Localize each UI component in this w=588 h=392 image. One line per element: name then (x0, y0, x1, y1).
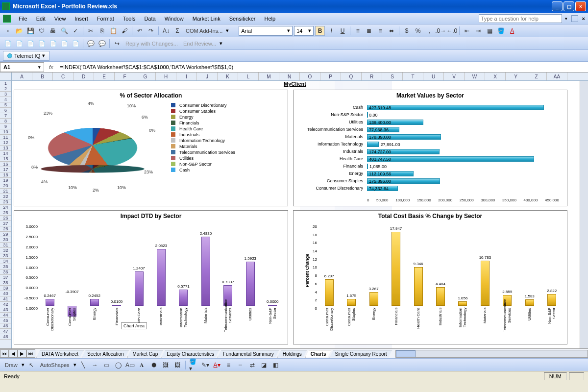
col-header[interactable]: I (176, 73, 197, 80)
toolbar-overflow-icon[interactable]: ▾ (226, 27, 229, 34)
row-header[interactable]: 24 (0, 205, 11, 210)
col-header[interactable]: N (279, 73, 300, 80)
row-header[interactable]: 9 (0, 124, 11, 129)
row-header[interactable]: 39 (0, 286, 11, 291)
font-selector[interactable]: Arial▾ (239, 26, 293, 36)
help-search-input[interactable] (479, 14, 562, 23)
chart-marketvalue-panel[interactable]: Market Values by Sector Cash427,319.48No… (293, 90, 567, 206)
row-header[interactable]: 1 (0, 81, 11, 86)
help-dropdown-icon[interactable]: ▾ (565, 16, 567, 21)
maximize-button[interactable]: ▢ (564, 1, 574, 11)
col-header[interactable]: B (32, 73, 53, 80)
row-header[interactable]: 38 (0, 280, 11, 286)
col-header[interactable]: U (423, 73, 444, 80)
decrease-indent-icon[interactable]: ⇤ (462, 26, 472, 36)
line-icon[interactable]: ╲ (78, 360, 88, 370)
shadow-icon[interactable]: ◪ (259, 360, 269, 370)
col-header[interactable]: S (382, 73, 403, 80)
worksheet-area[interactable]: 1234567891011121314151617181920212223242… (0, 81, 588, 348)
menu-view[interactable]: View (50, 15, 70, 23)
sheet-tab[interactable]: Holdings (277, 350, 307, 358)
clipart-icon[interactable]: 🖼 (161, 360, 171, 370)
row-header[interactable]: 37 (0, 275, 11, 280)
row-header[interactable]: 20 (0, 183, 11, 189)
horizontal-scrollbar[interactable] (395, 350, 588, 358)
dash-style-icon[interactable]: ┈ (236, 360, 245, 370)
borders-icon[interactable]: ▦ (485, 26, 494, 36)
col-header[interactable]: X (485, 73, 506, 80)
sheet-tab[interactable]: DATA Worksheet (36, 350, 84, 358)
row-header[interactable]: 47 (0, 329, 11, 334)
new-icon[interactable]: ▫ (3, 26, 13, 36)
currency-icon[interactable]: $ (402, 26, 412, 36)
col-header[interactable]: G (135, 73, 156, 80)
picture-icon[interactable]: 🖼 (172, 360, 182, 370)
row-header[interactable]: 2 (0, 86, 11, 92)
chart-costbasis-panel[interactable]: Total Cost Basis % Change by Sector Perc… (293, 210, 567, 344)
select-all-cell[interactable] (0, 73, 12, 80)
row-header[interactable]: 40 (0, 291, 11, 296)
menu-sensiticker[interactable]: Sensiticker (225, 15, 260, 23)
paste-icon[interactable]: 📋 (108, 26, 118, 36)
rev-icon-10[interactable]: ↪ (112, 39, 122, 49)
col-header[interactable]: T (403, 73, 423, 80)
row-header[interactable]: 17 (0, 167, 11, 172)
merge-center-icon[interactable]: ⬌ (387, 26, 396, 36)
percent-icon[interactable]: % (413, 26, 423, 36)
toolbar-overflow-icon[interactable]: ▾ (220, 40, 222, 47)
close-workbook-button[interactable]: × (582, 16, 585, 22)
rev-icon-8[interactable]: 💬 (86, 39, 96, 49)
underline-icon[interactable]: U (338, 26, 347, 36)
row-header[interactable]: 48 (0, 334, 11, 340)
rev-icon-3[interactable]: 📄 (25, 39, 35, 49)
row-header[interactable]: 46 (0, 323, 11, 329)
comma-icon[interactable]: , (424, 26, 434, 36)
row-header[interactable]: 7 (0, 113, 11, 119)
menu-data[interactable]: Data (140, 15, 159, 23)
col-header[interactable]: O (300, 73, 320, 80)
row-header[interactable]: 8 (0, 119, 11, 124)
rev-icon-1[interactable]: 📄 (3, 39, 13, 49)
row-header[interactable]: 5 (0, 102, 11, 108)
print-preview-icon[interactable]: 🔍 (59, 26, 69, 36)
tab-nav-first[interactable]: ⏮ (0, 349, 9, 358)
wordart-icon[interactable]: 𝐀 (137, 360, 147, 370)
col-header[interactable]: AA (547, 73, 567, 80)
italic-icon[interactable]: I (326, 26, 336, 36)
rev-icon-2[interactable]: 📄 (14, 39, 24, 49)
permission-icon[interactable]: 🛡 (37, 26, 47, 36)
name-box[interactable]: A1▾ (0, 62, 44, 72)
reply-changes-button[interactable]: Reply with Changes... (123, 41, 180, 47)
menu-file[interactable]: File (15, 15, 31, 23)
tab-nav-prev[interactable]: ◀ (9, 349, 18, 358)
scrollbar-thumb[interactable] (396, 350, 416, 357)
row-header[interactable]: 21 (0, 189, 11, 194)
fill-color-icon[interactable]: 🪣 (496, 26, 506, 36)
draw-menu[interactable]: Draw (3, 362, 20, 368)
menu-marketlink[interactable]: Market Link (189, 15, 224, 23)
row-header[interactable]: 33 (0, 253, 11, 259)
row-header[interactable]: 14 (0, 151, 11, 156)
row-header[interactable]: 13 (0, 146, 11, 151)
comaddins-button[interactable]: COM Add-Ins... (184, 28, 224, 34)
row-header[interactable]: 10 (0, 129, 11, 135)
col-header[interactable]: F (115, 73, 135, 80)
col-header[interactable]: H (156, 73, 176, 80)
sheet-tab[interactable]: Fundamental Summary (218, 350, 279, 358)
formula-input[interactable]: =INDEX('DATA Worksheet'!$CA$1:$CA$1000,'… (58, 64, 588, 70)
end-review-button[interactable]: End Review... (181, 41, 218, 47)
increase-decimal-icon[interactable]: .0→ (436, 26, 445, 36)
row-header[interactable]: 35 (0, 264, 11, 270)
rev-icon-5[interactable]: 📄 (48, 39, 58, 49)
row-header[interactable]: 41 (0, 296, 11, 302)
row-header[interactable]: 3 (0, 92, 11, 97)
col-header[interactable]: K (218, 73, 238, 80)
font-size-selector[interactable]: 14▾ (294, 26, 314, 36)
row-header[interactable]: 25 (0, 210, 11, 216)
spell-icon[interactable]: ✓ (71, 26, 80, 36)
sheet-tab[interactable]: Single Company Report (329, 350, 392, 358)
row-header[interactable]: 26 (0, 216, 11, 221)
arrow-style-icon[interactable]: ⇄ (247, 360, 257, 370)
redo-icon[interactable]: ↷ (146, 26, 156, 36)
sort-asc-icon[interactable]: A↓ (161, 26, 171, 36)
